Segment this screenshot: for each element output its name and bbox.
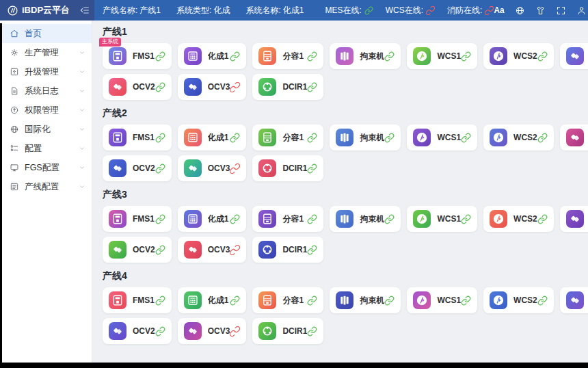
link-icon[interactable] (461, 51, 471, 62)
theme-icon[interactable] (535, 5, 546, 16)
cards-grid: FMS1化成1分容1拘束机WCS1WCS2OCV1OCV2OCV3DCIR1 (103, 124, 578, 181)
card-FMS1[interactable]: 主系统FMS1 (103, 43, 172, 69)
card-OCV2[interactable]: OCV2 (103, 74, 172, 100)
broken-link-icon[interactable] (230, 326, 240, 337)
link-icon[interactable] (307, 295, 317, 306)
sidebar-item-upgrade[interactable]: 升级管理 (0, 62, 92, 81)
app-title: iBDP云平台 (22, 4, 79, 16)
card-label: 分容1 (282, 295, 307, 306)
link-icon[interactable] (461, 214, 471, 224)
card-WCS1[interactable]: WCS1 (407, 287, 477, 313)
card-OCV2[interactable]: OCV2 (103, 318, 172, 344)
link-icon[interactable] (307, 326, 317, 337)
card-FMS1[interactable]: FMS1 (103, 206, 172, 232)
card-OCV1[interactable]: OCV1 (560, 206, 588, 232)
home-icon (10, 29, 19, 38)
link-icon[interactable] (537, 51, 548, 62)
sidebar-item-label: 权限管理 (25, 105, 59, 116)
card-WCS1[interactable]: WCS1 (407, 43, 477, 69)
card-分容1[interactable]: 分容1 (252, 206, 323, 232)
sidebar-item-config[interactable]: 配置 (0, 139, 92, 158)
fenrong-icon (258, 291, 276, 309)
sidebar-item-log[interactable]: 系统日志 (0, 81, 92, 101)
card-OCV1[interactable]: OCV1 (560, 124, 588, 150)
broken-link-icon[interactable] (230, 163, 240, 174)
link-icon[interactable] (155, 214, 165, 224)
card-DCIR1[interactable]: DCIR1 (252, 155, 323, 181)
card-OCV3[interactable]: OCV3 (178, 74, 247, 100)
link-icon[interactable] (155, 163, 165, 174)
sidebar-item-lineconfig[interactable]: 产线配置 (0, 177, 92, 196)
card-化成1[interactable]: 化成1 (178, 206, 247, 232)
card-化成1[interactable]: 化成1 (178, 287, 247, 313)
link-icon[interactable] (230, 214, 240, 224)
broken-link-icon[interactable] (230, 82, 240, 92)
card-DCIR1[interactable]: DCIR1 (252, 74, 323, 100)
link-icon[interactable] (155, 133, 165, 143)
chevron-down-icon (79, 183, 85, 190)
card-化成1[interactable]: 化成1 (178, 124, 247, 150)
sidebar-item-permission[interactable]: 权限管理 (0, 101, 92, 120)
line-title: 产线1 (103, 26, 578, 37)
font-size-icon[interactable]: Aa (494, 6, 504, 14)
card-WCS2[interactable]: WCS2 (483, 124, 554, 150)
link-icon[interactable] (155, 82, 165, 92)
card-WCS2[interactable]: WCS2 (483, 287, 554, 313)
card-DCIR1[interactable]: DCIR1 (252, 318, 323, 344)
card-分容1[interactable]: 分容1 (252, 43, 323, 69)
link-icon[interactable] (384, 214, 395, 224)
sidebar-item-home[interactable]: 首页 (0, 24, 92, 43)
user-icon[interactable] (576, 5, 587, 16)
link-icon[interactable] (384, 133, 395, 143)
card-拘束机[interactable]: 拘束机 (330, 43, 401, 69)
card-拘束机[interactable]: 拘束机 (330, 287, 401, 313)
link-icon[interactable] (307, 82, 317, 92)
sidebar-collapse-icon[interactable] (79, 5, 90, 16)
link-icon[interactable] (307, 133, 317, 143)
link-icon[interactable] (307, 51, 317, 62)
link-icon[interactable] (461, 133, 471, 143)
link-icon[interactable] (461, 295, 471, 306)
line-section: 产线2FMS1化成1分容1拘束机WCS1WCS2OCV1OCV2OCV3DCIR… (103, 107, 578, 181)
card-WCS1[interactable]: WCS1 (407, 124, 477, 150)
link-icon[interactable] (155, 295, 165, 306)
link-icon[interactable] (384, 295, 395, 306)
card-FMS1[interactable]: FMS1 (103, 124, 172, 150)
card-WCS1[interactable]: WCS1 (407, 206, 477, 232)
sidebar-item-i18n[interactable]: 国际化 (0, 120, 92, 139)
link-icon[interactable] (230, 51, 240, 62)
link-icon[interactable] (537, 133, 548, 143)
card-OCV3[interactable]: OCV3 (178, 155, 247, 181)
link-icon[interactable] (155, 245, 165, 255)
card-分容1[interactable]: 分容1 (252, 287, 323, 313)
link-icon[interactable] (537, 214, 548, 224)
link-icon[interactable] (307, 163, 317, 174)
card-WCS2[interactable]: WCS2 (483, 43, 554, 69)
fullscreen-icon[interactable] (556, 5, 566, 16)
link-icon[interactable] (155, 326, 165, 337)
card-OCV2[interactable]: OCV2 (103, 237, 172, 263)
link-icon[interactable] (230, 295, 240, 306)
card-WCS2[interactable]: WCS2 (483, 206, 554, 232)
card-DCIR1[interactable]: DCIR1 (252, 237, 323, 263)
link-icon[interactable] (384, 51, 395, 62)
link-icon[interactable] (230, 133, 240, 143)
card-FMS1[interactable]: FMS1 (103, 287, 172, 313)
sidebar-item-fgs[interactable]: FGS配置 (0, 158, 92, 177)
card-OCV3[interactable]: OCV3 (178, 237, 247, 263)
card-OCV1[interactable]: OCV1 (560, 287, 588, 313)
card-化成1[interactable]: 化成1 (178, 43, 247, 69)
link-icon[interactable] (155, 51, 165, 62)
link-icon[interactable] (307, 245, 317, 255)
link-icon[interactable] (307, 214, 317, 224)
card-OCV2[interactable]: OCV2 (103, 155, 172, 181)
link-icon[interactable] (537, 295, 548, 306)
broken-link-icon[interactable] (230, 245, 240, 255)
card-拘束机[interactable]: 拘束机 (330, 124, 401, 150)
sidebar-item-production[interactable]: 生产管理 (0, 43, 92, 62)
card-OCV1[interactable]: OCV1 (560, 43, 588, 69)
card-分容1[interactable]: 分容1 (252, 124, 323, 150)
card-拘束机[interactable]: 拘束机 (330, 206, 401, 232)
language-icon[interactable] (515, 5, 525, 16)
card-OCV3[interactable]: OCV3 (178, 318, 247, 344)
